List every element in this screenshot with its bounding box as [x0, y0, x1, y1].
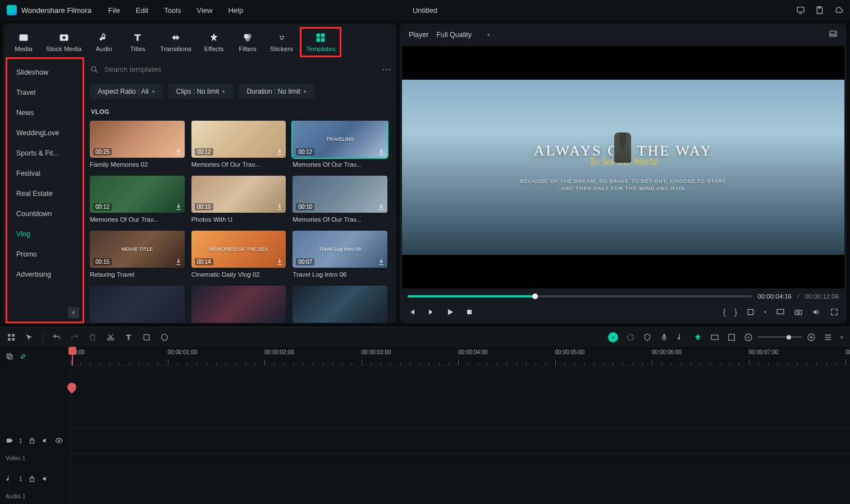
menu-view[interactable]: View — [196, 6, 212, 15]
music-icon[interactable] — [677, 333, 686, 342]
tab-filters[interactable]: Filters — [232, 27, 263, 57]
svg-rect-24 — [8, 338, 11, 341]
sidebar-item-sports[interactable]: Sports & Fit... — [7, 143, 83, 163]
menu-help[interactable]: Help — [228, 6, 243, 15]
sidebar-item-weddinglove[interactable]: WeddingLove — [7, 123, 83, 143]
template-tile[interactable] — [191, 286, 286, 323]
play-button[interactable] — [446, 308, 455, 317]
camera-track-icon[interactable] — [6, 437, 13, 445]
filter-duration[interactable]: Duration : No limit▾ — [239, 84, 314, 99]
template-tile[interactable]: MOVIE TITLE00:15Relaxing Travel — [90, 231, 185, 278]
list-view-icon[interactable] — [824, 333, 833, 342]
svg-rect-39 — [7, 439, 11, 443]
quality-dropdown[interactable]: Full Quality▾ — [436, 31, 490, 39]
more-options-button[interactable]: ⋯ — [382, 64, 391, 75]
stop-button[interactable] — [465, 308, 474, 317]
track-overlay-icon[interactable] — [6, 352, 13, 360]
display-mode-icon[interactable] — [776, 308, 785, 317]
zoom-out-icon[interactable] — [744, 333, 753, 342]
cloud-icon[interactable] — [834, 6, 843, 15]
sidebar-item-travel[interactable]: Travel — [7, 83, 83, 103]
sidebar-item-vlog[interactable]: Vlog — [7, 224, 83, 244]
crop-tool-icon[interactable] — [142, 333, 151, 342]
tab-effects[interactable]: Effects — [198, 27, 230, 57]
audio-track-icon[interactable] — [6, 475, 13, 483]
grid-icon[interactable] — [7, 333, 16, 342]
video-preview[interactable]: ALWAYS ON THE WAY To See the World BECAU… — [402, 46, 844, 288]
mic-icon[interactable] — [660, 333, 669, 342]
sidebar-item-realestate[interactable]: Real Estate — [7, 184, 83, 204]
aspect-icon[interactable] — [710, 333, 719, 342]
text-tool-icon[interactable] — [124, 333, 133, 342]
cut-icon[interactable] — [106, 333, 115, 342]
timeline-tracks[interactable] — [71, 366, 850, 504]
lock-icon[interactable] — [28, 475, 36, 483]
template-tile[interactable] — [293, 286, 387, 323]
template-tile[interactable]: TRAVELING00:12Memories Of Our Trav... — [293, 121, 387, 168]
fullscreen-icon[interactable] — [830, 308, 839, 317]
tab-transitions[interactable]: Transitions — [156, 27, 196, 57]
snapshot-icon[interactable] — [829, 29, 838, 38]
selection-tool-icon[interactable] — [25, 333, 34, 342]
progress-bar[interactable] — [408, 295, 752, 297]
sidebar-item-festival[interactable]: Festival — [7, 163, 83, 184]
tab-templates[interactable]: Templates — [300, 27, 341, 57]
display-icon[interactable] — [796, 6, 805, 15]
mute-icon[interactable] — [42, 437, 49, 445]
sidebar-item-news[interactable]: News — [7, 103, 83, 123]
marker-in-icon[interactable]: { — [723, 308, 726, 317]
menu-edit[interactable]: Edit — [136, 6, 148, 15]
color-icon[interactable] — [160, 333, 169, 342]
menu-tools[interactable]: Tools — [164, 6, 181, 15]
redo-icon[interactable] — [70, 333, 79, 342]
asset-panel: Media Stock Media Audio Titles Transitio… — [3, 24, 396, 323]
template-tile[interactable]: 00:10Memories Of Our Trav... — [293, 176, 387, 223]
mute-icon[interactable] — [42, 475, 49, 483]
timeline-ruler[interactable]: 00:0000:00:01:0000:00:02:0000:00:03:0000… — [71, 347, 850, 366]
lock-icon[interactable] — [28, 437, 36, 445]
sidebar-collapse-button[interactable] — [68, 307, 79, 318]
prev-frame-button[interactable] — [408, 308, 417, 317]
undo-icon[interactable] — [52, 333, 61, 342]
template-tile[interactable]: 00:25Family Memories 02 — [90, 121, 185, 168]
zoom-slider[interactable] — [757, 336, 802, 338]
template-tile[interactable] — [90, 286, 185, 323]
volume-icon[interactable] — [812, 308, 821, 317]
template-tile[interactable]: 00:10Photos With U — [191, 176, 286, 223]
filter-aspect-ratio[interactable]: Aspect Ratio : All▾ — [90, 84, 163, 99]
tab-titles[interactable]: Titles — [122, 27, 153, 57]
template-tile[interactable]: 00:12Memories Of Our Trav... — [90, 176, 185, 223]
delete-icon[interactable] — [88, 333, 97, 342]
frame-icon[interactable] — [727, 333, 736, 342]
tab-media[interactable]: Media — [8, 27, 39, 57]
link-icon[interactable] — [19, 352, 27, 360]
sidebar-item-promo[interactable]: Promo — [7, 244, 83, 264]
ai-tool-icon[interactable] — [608, 332, 618, 342]
sidebar-item-advertising[interactable]: Advertising — [7, 264, 83, 285]
search-input[interactable] — [104, 65, 377, 74]
sidebar-item-countdown[interactable]: Countdown — [7, 204, 83, 224]
template-tile[interactable]: Travel Log Intro 0600:07Travel Log Intro… — [293, 231, 387, 278]
svg-rect-25 — [12, 338, 15, 341]
tab-stickers[interactable]: Stickers — [266, 27, 298, 57]
sidebar-item-slideshow[interactable]: Slideshow — [7, 62, 83, 83]
tab-stock-media[interactable]: Stock Media — [42, 27, 86, 57]
eye-icon[interactable] — [55, 437, 63, 445]
tab-audio[interactable]: Audio — [88, 27, 120, 57]
marker-out-icon[interactable]: } — [734, 308, 737, 317]
zoom-in-icon[interactable] — [807, 333, 816, 342]
template-tile[interactable]: MEMORIES OF THE SEA00:14Cinematic Daily … — [191, 231, 286, 278]
menu-file[interactable]: File — [108, 6, 120, 15]
speed-icon[interactable] — [626, 333, 635, 342]
shield-icon[interactable] — [643, 333, 652, 342]
svg-point-29 — [162, 334, 168, 340]
tile-label: Travel Log Intro 06 — [293, 271, 387, 278]
template-tile[interactable]: 00:12Memories Of Our Trav... — [191, 121, 286, 168]
crop-icon[interactable] — [746, 308, 755, 317]
save-icon[interactable] — [815, 6, 824, 15]
camera-icon[interactable] — [794, 308, 803, 317]
filter-clips[interactable]: Clips : No limit▾ — [168, 84, 234, 99]
auto-cut-icon[interactable] — [693, 333, 702, 342]
tile-label: Memories Of Our Trav... — [191, 161, 286, 168]
next-frame-button[interactable] — [427, 308, 436, 317]
